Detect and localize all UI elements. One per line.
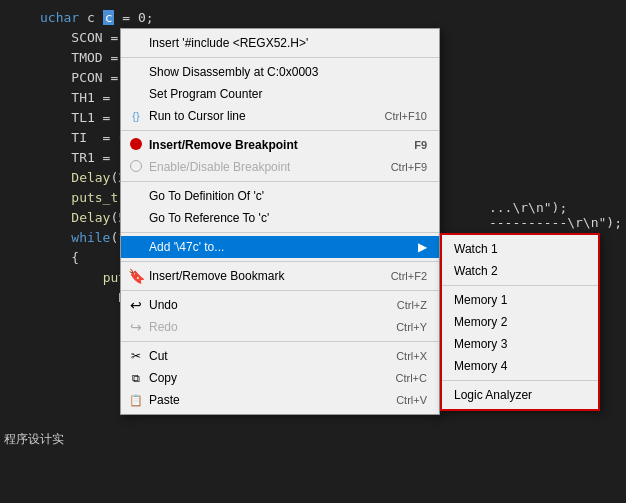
code-right-line1: ...\r\n"); bbox=[489, 200, 622, 215]
undo-shortcut: Ctrl+Z bbox=[377, 299, 427, 311]
menu-item-goto-reference[interactable]: Go To Reference To 'c' bbox=[121, 207, 439, 229]
menu-item-run-to-cursor[interactable]: {} Run to Cursor line Ctrl+F10 bbox=[121, 105, 439, 127]
menu-item-paste-label: Paste bbox=[149, 393, 180, 407]
menu-item-copy[interactable]: ⧉ Copy Ctrl+C bbox=[121, 367, 439, 389]
menu-item-cut[interactable]: ✂ Cut Ctrl+X bbox=[121, 345, 439, 367]
menu-item-undo-label: Undo bbox=[149, 298, 178, 312]
menu-item-enable-breakpoint[interactable]: Enable/Disable Breakpoint Ctrl+F9 bbox=[121, 156, 439, 178]
menu-item-insert-breakpoint-label: Insert/Remove Breakpoint bbox=[149, 138, 298, 152]
separator-4 bbox=[121, 232, 439, 233]
context-menu: Insert '#include <REGX52.H>' Show Disass… bbox=[120, 28, 440, 415]
submenu-item-memory3[interactable]: Memory 3 bbox=[442, 333, 598, 355]
menu-item-show-disassembly[interactable]: Show Disassembly at C:0x0003 bbox=[121, 61, 439, 83]
redo-shortcut: Ctrl+Y bbox=[376, 321, 427, 333]
menu-item-goto-definition[interactable]: Go To Definition Of 'c' bbox=[121, 185, 439, 207]
paste-shortcut: Ctrl+V bbox=[376, 394, 427, 406]
menu-item-set-program-counter-label: Set Program Counter bbox=[149, 87, 262, 101]
bookmark-icon: 🔖 bbox=[127, 268, 145, 284]
separator-7 bbox=[121, 341, 439, 342]
menu-item-add-to[interactable]: Add '\47c' to... ▶ Watch 1 Watch 2 Memor… bbox=[121, 236, 439, 258]
submenu-item-memory4[interactable]: Memory 4 bbox=[442, 355, 598, 377]
run-cursor-shortcut: Ctrl+F10 bbox=[365, 110, 428, 122]
insert-breakpoint-shortcut: F9 bbox=[394, 139, 427, 151]
menu-item-cut-label: Cut bbox=[149, 349, 168, 363]
paste-icon: 📋 bbox=[127, 394, 145, 407]
menu-item-insert-bookmark[interactable]: 🔖 Insert/Remove Bookmark Ctrl+F2 bbox=[121, 265, 439, 287]
submenu-logic-analyzer-label: Logic Analyzer bbox=[454, 388, 532, 402]
submenu-separator-2 bbox=[442, 380, 598, 381]
submenu-item-watch1[interactable]: Watch 1 bbox=[442, 238, 598, 260]
submenu-item-logic-analyzer[interactable]: Logic Analyzer bbox=[442, 384, 598, 406]
menu-item-redo[interactable]: ↪ Redo Ctrl+Y bbox=[121, 316, 439, 338]
menu-item-copy-label: Copy bbox=[149, 371, 177, 385]
run-cursor-icon: {} bbox=[127, 110, 145, 122]
code-line-1: uchar c c = 0; bbox=[0, 8, 626, 28]
separator-6 bbox=[121, 290, 439, 291]
bottom-text: 程序设计实 bbox=[0, 431, 64, 448]
menu-item-set-program-counter[interactable]: Set Program Counter bbox=[121, 83, 439, 105]
menu-item-insert-bookmark-label: Insert/Remove Bookmark bbox=[149, 269, 284, 283]
menu-item-goto-reference-label: Go To Reference To 'c' bbox=[149, 211, 269, 225]
menu-item-insert-include-label: Insert '#include <REGX52.H>' bbox=[149, 36, 308, 50]
menu-item-add-to-label: Add '\47c' to... bbox=[149, 240, 224, 254]
menu-item-enable-breakpoint-label: Enable/Disable Breakpoint bbox=[149, 160, 290, 174]
menu-item-insert-include[interactable]: Insert '#include <REGX52.H>' bbox=[121, 32, 439, 54]
submenu-memory1-label: Memory 1 bbox=[454, 293, 507, 307]
separator-2 bbox=[121, 130, 439, 131]
enable-breakpoint-icon bbox=[127, 160, 145, 175]
menu-item-undo[interactable]: ↩ Undo Ctrl+Z bbox=[121, 294, 439, 316]
enable-breakpoint-shortcut: Ctrl+F9 bbox=[371, 161, 427, 173]
code-right: ...\r\n"); ----------\r\n"); bbox=[489, 200, 626, 230]
submenu-item-watch2[interactable]: Watch 2 bbox=[442, 260, 598, 282]
submenu-memory4-label: Memory 4 bbox=[454, 359, 507, 373]
submenu-item-memory2[interactable]: Memory 2 bbox=[442, 311, 598, 333]
submenu-memory3-label: Memory 3 bbox=[454, 337, 507, 351]
menu-item-redo-label: Redo bbox=[149, 320, 178, 334]
code-right-line2: ----------\r\n"); bbox=[489, 215, 622, 230]
menu-item-goto-definition-label: Go To Definition Of 'c' bbox=[149, 189, 264, 203]
cut-shortcut: Ctrl+X bbox=[376, 350, 427, 362]
submenu-memory2-label: Memory 2 bbox=[454, 315, 507, 329]
menu-item-paste[interactable]: 📋 Paste Ctrl+V bbox=[121, 389, 439, 411]
copy-icon: ⧉ bbox=[127, 372, 145, 385]
undo-icon: ↩ bbox=[127, 297, 145, 313]
redo-icon: ↪ bbox=[127, 319, 145, 335]
separator-5 bbox=[121, 261, 439, 262]
submenu-watch1-label: Watch 1 bbox=[454, 242, 498, 256]
submenu-arrow-icon: ▶ bbox=[414, 240, 427, 254]
submenu-add-to: Watch 1 Watch 2 Memory 1 Memory 2 Memory… bbox=[440, 233, 600, 411]
menu-item-run-to-cursor-label: Run to Cursor line bbox=[149, 109, 246, 123]
submenu-watch2-label: Watch 2 bbox=[454, 264, 498, 278]
cut-icon: ✂ bbox=[127, 349, 145, 363]
separator-1 bbox=[121, 57, 439, 58]
menu-item-insert-breakpoint[interactable]: Insert/Remove Breakpoint F9 bbox=[121, 134, 439, 156]
separator-3 bbox=[121, 181, 439, 182]
insert-bookmark-shortcut: Ctrl+F2 bbox=[371, 270, 427, 282]
submenu-separator-1 bbox=[442, 285, 598, 286]
breakpoint-icon bbox=[127, 138, 145, 153]
submenu-item-memory1[interactable]: Memory 1 bbox=[442, 289, 598, 311]
menu-item-show-disassembly-label: Show Disassembly at C:0x0003 bbox=[149, 65, 318, 79]
copy-shortcut: Ctrl+C bbox=[376, 372, 427, 384]
